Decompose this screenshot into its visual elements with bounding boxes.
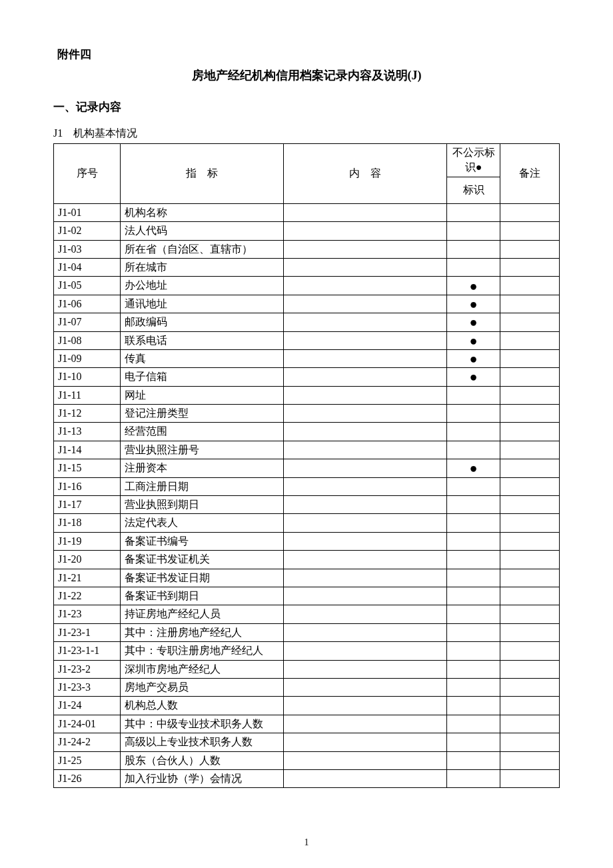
cell-seq: J1-01 bbox=[54, 203, 121, 221]
cell-flag bbox=[447, 715, 500, 733]
main-table: 序号 指 标 内 容 不公示标识● 备注 标识 J1-01机构名称J1-02法人… bbox=[53, 143, 560, 788]
cell-seq: J1-22 bbox=[54, 587, 121, 605]
header-content: 内 容 bbox=[284, 144, 447, 204]
cell-flag bbox=[447, 258, 500, 276]
cell-indicator: 通讯地址 bbox=[121, 295, 284, 313]
cell-flag bbox=[447, 222, 500, 240]
cell-indicator: 持证房地产经纪人员 bbox=[121, 605, 284, 623]
cell-flag bbox=[447, 733, 500, 751]
table-row: J1-15注册资本● bbox=[54, 459, 560, 477]
cell-content bbox=[284, 569, 447, 587]
table-row: J1-07邮政编码● bbox=[54, 313, 560, 331]
cell-indicator: 经营范围 bbox=[121, 423, 284, 441]
section-title: 一、记录内容 bbox=[53, 99, 560, 115]
table-row: J1-23-3房地产交易员 bbox=[54, 678, 560, 696]
cell-indicator: 传真 bbox=[121, 349, 284, 367]
cell-indicator: 机构名称 bbox=[121, 203, 284, 221]
cell-seq: J1-24-01 bbox=[54, 715, 121, 733]
table-row: J1-24-01其中：中级专业技术职务人数 bbox=[54, 715, 560, 733]
cell-flag bbox=[447, 386, 500, 404]
table-row: J1-20备案证书发证机关 bbox=[54, 551, 560, 569]
cell-content bbox=[284, 240, 447, 258]
header-flag-top: 不公示标识● bbox=[447, 144, 500, 177]
cell-indicator: 网址 bbox=[121, 386, 284, 404]
cell-note bbox=[500, 496, 560, 514]
cell-note bbox=[500, 423, 560, 441]
table-row: J1-23-2深圳市房地产经纪人 bbox=[54, 660, 560, 678]
cell-content bbox=[284, 587, 447, 605]
cell-indicator: 加入行业协（学）会情况 bbox=[121, 769, 284, 787]
table-body: J1-01机构名称J1-02法人代码J1-03所在省（自治区、直辖市）J1-04… bbox=[54, 203, 560, 788]
cell-flag bbox=[447, 514, 500, 532]
cell-indicator: 其中：注册房地产经纪人 bbox=[121, 623, 284, 641]
cell-content bbox=[284, 405, 447, 423]
cell-seq: J1-02 bbox=[54, 222, 121, 240]
cell-indicator: 其中：专职注册房地产经纪人 bbox=[121, 642, 284, 660]
cell-content bbox=[284, 331, 447, 349]
cell-note bbox=[500, 642, 560, 660]
cell-flag bbox=[447, 660, 500, 678]
table-row: J1-21备案证书发证日期 bbox=[54, 569, 560, 587]
cell-flag bbox=[447, 678, 500, 696]
cell-seq: J1-06 bbox=[54, 295, 121, 313]
cell-indicator: 高级以上专业技术职务人数 bbox=[121, 733, 284, 751]
table-row: J1-14营业执照注册号 bbox=[54, 441, 560, 459]
cell-indicator: 所在城市 bbox=[121, 258, 284, 276]
cell-flag: ● bbox=[447, 459, 500, 477]
cell-flag bbox=[447, 496, 500, 514]
cell-content bbox=[284, 551, 447, 569]
cell-indicator: 备案证书发证日期 bbox=[121, 569, 284, 587]
cell-note bbox=[500, 331, 560, 349]
cell-seq: J1-24 bbox=[54, 697, 121, 715]
cell-content bbox=[284, 313, 447, 331]
header-indicator: 指 标 bbox=[121, 144, 284, 204]
cell-flag bbox=[447, 769, 500, 787]
cell-seq: J1-14 bbox=[54, 441, 121, 459]
cell-flag bbox=[447, 423, 500, 441]
table-row: J1-26加入行业协（学）会情况 bbox=[54, 769, 560, 787]
cell-indicator: 其中：中级专业技术职务人数 bbox=[121, 715, 284, 733]
cell-flag bbox=[447, 697, 500, 715]
cell-content bbox=[284, 258, 447, 276]
cell-seq: J1-24-2 bbox=[54, 733, 121, 751]
cell-indicator: 办公地址 bbox=[121, 277, 284, 295]
cell-flag bbox=[447, 477, 500, 495]
cell-seq: J1-21 bbox=[54, 569, 121, 587]
table-row: J1-13经营范围 bbox=[54, 423, 560, 441]
cell-flag: ● bbox=[447, 277, 500, 295]
table-row: J1-17营业执照到期日 bbox=[54, 496, 560, 514]
cell-indicator: 机构总人数 bbox=[121, 697, 284, 715]
cell-indicator: 营业执照注册号 bbox=[121, 441, 284, 459]
cell-flag bbox=[447, 751, 500, 769]
cell-note bbox=[500, 441, 560, 459]
cell-flag bbox=[447, 240, 500, 258]
document-title: 房地产经纪机构信用档案记录内容及说明(J) bbox=[53, 67, 560, 83]
table-row: J1-18法定代表人 bbox=[54, 514, 560, 532]
cell-flag: ● bbox=[447, 313, 500, 331]
cell-seq: J1-07 bbox=[54, 313, 121, 331]
cell-indicator: 营业执照到期日 bbox=[121, 496, 284, 514]
cell-content bbox=[284, 277, 447, 295]
cell-seq: J1-23-2 bbox=[54, 660, 121, 678]
cell-note bbox=[500, 569, 560, 587]
table-row: J1-08联系电话● bbox=[54, 331, 560, 349]
cell-indicator: 深圳市房地产经纪人 bbox=[121, 660, 284, 678]
cell-content bbox=[284, 605, 447, 623]
cell-note bbox=[500, 587, 560, 605]
attachment-label: 附件四 bbox=[53, 47, 560, 62]
cell-seq: J1-26 bbox=[54, 769, 121, 787]
cell-indicator: 邮政编码 bbox=[121, 313, 284, 331]
table-row: J1-11网址 bbox=[54, 386, 560, 404]
cell-content bbox=[284, 295, 447, 313]
cell-indicator: 注册资本 bbox=[121, 459, 284, 477]
cell-note bbox=[500, 769, 560, 787]
cell-note bbox=[500, 678, 560, 696]
table-row: J1-24-2高级以上专业技术职务人数 bbox=[54, 733, 560, 751]
table-caption: J1 机构基本情况 bbox=[53, 127, 560, 141]
cell-note bbox=[500, 368, 560, 386]
cell-seq: J1-18 bbox=[54, 514, 121, 532]
page-number: 1 bbox=[0, 837, 613, 848]
table-row: J1-23持证房地产经纪人员 bbox=[54, 605, 560, 623]
table-row: J1-19备案证书编号 bbox=[54, 532, 560, 550]
table-row: J1-09传真● bbox=[54, 349, 560, 367]
